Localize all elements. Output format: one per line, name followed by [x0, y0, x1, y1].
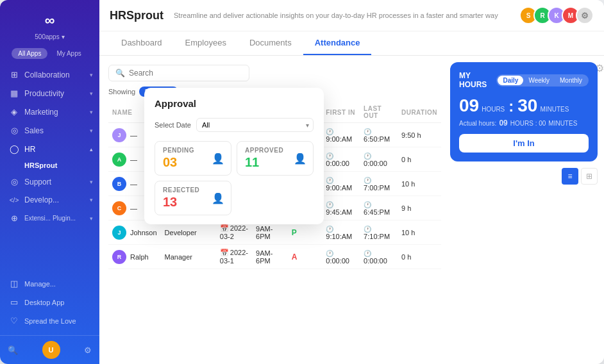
view-list-button[interactable]: ≡ [562, 168, 578, 185]
desktop-icon: ▭ [9, 297, 19, 307]
filter-tab-monthly[interactable]: Monthly [555, 76, 587, 85]
cell-first-in: 🕐9:10:AM [322, 220, 360, 245]
actual-minutes-unit: HOURS : 00 [510, 120, 546, 127]
cell-last-out: 🕐7:00:PM [360, 172, 398, 196]
topbar-avatar-settings[interactable]: ⚙ [576, 6, 594, 24]
hours-value: 09 [459, 95, 479, 116]
marketing-icon: ◈ [9, 107, 19, 117]
pending-icon: 👤 [212, 153, 224, 165]
approval-stats: PENDING 03 👤 APPROVED 11 👤 REJECTED 13 👤 [155, 141, 314, 215]
approval-stat-rejected: REJECTED 13 👤 [155, 181, 231, 215]
sidebar-nav: ⊞ Collaboration ▾ ▦ Productivity ▾ ◈ Mar… [0, 63, 99, 269]
user-avatar[interactable]: U [42, 341, 60, 359]
sidebar-item-label: Marketing [24, 108, 58, 117]
cell-first-in: 🕐0:00:00 [322, 245, 360, 269]
approval-filter-select[interactable]: All [196, 118, 314, 132]
sidebar-item-sales[interactable]: ◎ Sales ▾ [0, 121, 99, 140]
actual-hours-row: Actual hours: 09 HOURS : 00 MINUTES [459, 119, 589, 128]
sidebar-item-support[interactable]: ◎ Support ▾ [0, 172, 99, 191]
chevron-down-icon: ▾ [90, 197, 93, 203]
sidebar-item-desktop-app[interactable]: ▭ Desktop App [0, 293, 99, 311]
view-grid-button[interactable]: ⊞ [581, 168, 598, 185]
extensions-icon: ⊕ [9, 213, 19, 223]
footer-search-icon[interactable]: 🔍 [8, 345, 18, 355]
chevron-up-icon: ▴ [90, 146, 93, 153]
app-tab-all[interactable]: All Apps [12, 48, 47, 59]
minutes-value: 30 [517, 95, 537, 116]
approval-title: Approval [155, 98, 314, 109]
tab-attendance[interactable]: Attendance [303, 31, 372, 55]
collaboration-icon: ⊞ [9, 70, 19, 79]
cell-duration: 10 h [398, 172, 441, 196]
cell-last-out: 🕐0:00:00 [360, 147, 398, 172]
chevron-down-icon: ▾ [90, 215, 93, 222]
app-subtitle: Streamline and deliver actionable insigh… [174, 12, 513, 19]
approval-filter-row: Select Date All [155, 118, 314, 132]
actual-suffix: MINUTES [548, 120, 577, 127]
search-input[interactable] [129, 69, 242, 78]
tab-dashboard[interactable]: Dashboard [110, 31, 174, 55]
cell-duration: 9:50 h [398, 123, 441, 147]
sales-icon: ◎ [9, 126, 19, 135]
hours-unit: HOURS [482, 106, 505, 113]
logo-icon: ∞ [38, 9, 62, 32]
sidebar: ∞ 500apps ▾ All Apps My Apps ⊞ Collabora… [0, 0, 99, 364]
select-date-label: Select Date [155, 121, 191, 129]
sidebar-item-manage[interactable]: ◫ Manage... [0, 274, 99, 293]
cell-first-in: 🕐9:00:AM [322, 172, 360, 196]
filter-tab-weekly[interactable]: Weekly [523, 76, 555, 85]
cell-duration: 9 h [398, 196, 441, 220]
table-row: RRalph Manager 📅2022-03-1 9AM-6PM A 🕐0:0… [108, 245, 441, 269]
sidebar-item-productivity[interactable]: ▦ Productivity ▾ [0, 84, 99, 103]
sidebar-item-label: Desktop App [24, 299, 64, 306]
search-icon: 🔍 [115, 69, 125, 78]
sidebar-footer: 🔍 U ⚙ [0, 335, 99, 364]
footer-settings-icon[interactable]: ⚙ [84, 345, 92, 355]
app-title: HRSprout [110, 9, 164, 22]
sidebar-item-extensions[interactable]: ⊕ Extensi... Plugin... ▾ [0, 209, 99, 228]
filter-tab-daily[interactable]: Daily [498, 76, 523, 85]
chevron-down-icon: ▾ [90, 72, 93, 78]
logo-label[interactable]: 500apps ▾ [35, 33, 64, 40]
approval-stat-approved: APPROVED 11 👤 [237, 141, 314, 176]
sidebar-item-label: Develop... [24, 195, 59, 204]
cell-date: 📅2022-03-1 [216, 245, 252, 269]
sidebar-item-label: HR [24, 145, 35, 154]
sidebar-item-label: Collaboration [24, 70, 70, 79]
topbar: HRSprout Streamline and deliver actionab… [99, 0, 604, 31]
sidebar-item-develop[interactable]: </> Develop... ▾ [0, 191, 99, 209]
filter-select-wrapper[interactable]: All [196, 118, 314, 132]
sidebar-item-label: Extensi... Plugin... [24, 215, 76, 222]
sidebar-item-hrsprout[interactable]: HRSprout [0, 158, 99, 172]
my-hours-label: MY HOURS [459, 71, 496, 89]
cell-last-out: 🕐7:10:PM [360, 220, 398, 245]
heart-icon: ♡ [9, 316, 19, 326]
time-filter-tabs: Daily Weekly Monthly [496, 74, 589, 87]
tab-documents[interactable]: Documents [238, 31, 303, 55]
manage-icon: ◫ [9, 279, 19, 288]
sidebar-item-marketing[interactable]: ◈ Marketing ▾ [0, 103, 99, 121]
hr-icon: ◯ [9, 144, 19, 154]
cell-last-out: 🕐6:50:PM [360, 123, 398, 147]
sidebar-item-hr[interactable]: ◯ HR ▴ [0, 140, 99, 158]
chevron-down-icon: ▾ [90, 179, 93, 185]
sidebar-item-collaboration[interactable]: ⊞ Collaboration ▾ [0, 65, 99, 84]
cell-first-in: 🕐9:00:AM [322, 123, 360, 147]
productivity-icon: ▦ [9, 88, 19, 98]
tab-employees[interactable]: Employees [174, 31, 238, 55]
search-bar[interactable]: 🔍 [108, 65, 249, 81]
sidebar-item-spread-love[interactable]: ♡ Spread the Love [0, 311, 99, 330]
showing-label: Showing [108, 88, 135, 95]
logo-area: ∞ 500apps ▾ [0, 0, 99, 44]
app-tab-my[interactable]: My Apps [50, 48, 87, 59]
cell-first-in: 🕐9:45:AM [322, 196, 360, 220]
rejected-icon: 👤 [212, 192, 224, 204]
cell-first-in: 🕐0:00:00 [322, 147, 360, 172]
sidebar-bottom: ◫ Manage... ▭ Desktop App ♡ Spread the L… [0, 269, 99, 335]
actual-hours-value: 09 [499, 119, 507, 128]
chevron-down-icon: ▾ [90, 128, 93, 134]
sidebar-item-label: Productivity [24, 89, 64, 98]
sidebar-item-label: Manage... [24, 280, 56, 288]
im-in-button[interactable]: I'm In [459, 134, 589, 153]
cell-duration: 0 h [398, 147, 441, 172]
